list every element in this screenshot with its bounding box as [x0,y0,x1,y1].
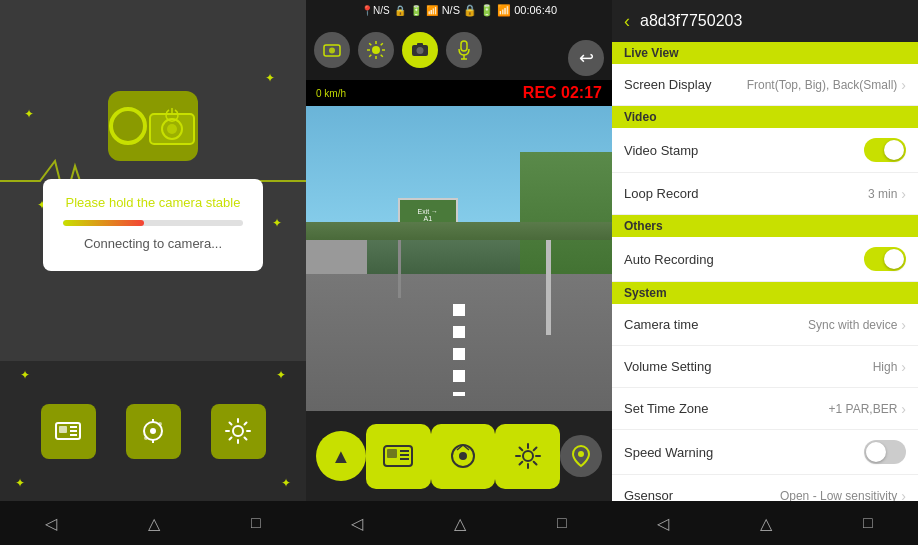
gallery-button[interactable] [41,404,96,459]
panel2-controls: ▲ [306,411,612,501]
settings-item-gsensor[interactable]: Gsensor Open - Low sensitivity › [612,475,918,501]
time-display: N/S 🔒 🔋 📶 00:06:40 [442,4,557,17]
mic-button[interactable] [446,32,482,68]
settings-item-timezone[interactable]: Set Time Zone +1 PAR,BER › [612,388,918,430]
nav-home-icon[interactable]: △ [454,514,466,533]
camera-icon-large [108,91,198,161]
connecting-box: Please hold the camera stable Connecting… [43,179,263,271]
settings-item-camera-time[interactable]: Camera time Sync with device › [612,304,918,346]
svg-point-15 [233,426,243,436]
section-others: Others [612,215,918,237]
panel-settings: ‹ a8d3f7750203 Live View Screen Display … [612,0,918,545]
sparkle-icon: ✦ [281,477,291,489]
nav-back-icon[interactable]: ◁ [45,514,57,533]
panel3-header: ‹ a8d3f7750203 [612,0,918,42]
nav-back-icon[interactable]: ◁ [657,514,669,533]
settings-item-volume[interactable]: Volume Setting High › [612,346,918,388]
video-stamp-toggle[interactable] [864,138,906,162]
panel1-bottom-controls: ✦ ✦ ✦ ✦ [0,361,306,501]
settings-item-screen-display[interactable]: Screen Display Front(Top, Big), Back(Sma… [612,64,918,106]
svg-point-40 [523,451,533,461]
settings-item-speed-warning[interactable]: Speed Warning [612,430,918,475]
video-button[interactable] [126,404,181,459]
svg-point-14 [144,436,148,440]
nav-recents-icon[interactable]: □ [251,514,261,532]
section-system: System [612,282,918,304]
sparkle-icon: ✦ [265,72,275,84]
rec-bar: 0 km/h REC 02:17 [306,80,612,106]
screen-display-label: Screen Display [624,77,711,92]
settings-list[interactable]: Live View Screen Display Front(Top, Big)… [612,42,918,501]
svg-rect-29 [417,43,423,46]
chevron-icon: › [901,77,906,93]
svg-point-41 [578,451,584,457]
lock-icon: 🔒 [394,5,406,16]
screen-display-value: Front(Top, Big), Back(Small) › [747,77,906,93]
timezone-label: Set Time Zone [624,401,709,416]
location-button[interactable] [560,435,602,477]
svg-rect-5 [59,426,67,433]
video-stamp-label: Video Stamp [624,143,698,158]
svg-point-39 [459,452,467,460]
sparkle-icon: ✦ [15,477,25,489]
gallery-control-button[interactable] [366,424,431,489]
sparkle-icon: ✦ [24,108,34,120]
auto-recording-toggle[interactable] [864,247,906,271]
settings-control-button[interactable] [495,424,560,489]
gsensor-label: Gsensor [624,488,673,501]
photo-button[interactable] [402,32,438,68]
panel1-top: Please hold the camera stable Connecting… [0,0,306,361]
chevron-icon: › [901,317,906,333]
nav-home-icon[interactable]: △ [760,514,772,533]
progress-bar [63,220,243,226]
svg-point-3 [167,124,177,134]
battery-icon: 🔋 [410,5,422,16]
panel3-nav-bar: ◁ △ □ [612,501,918,545]
svg-line-26 [381,43,383,45]
speed-label: 0 km/h [316,88,346,99]
nav-recents-icon[interactable]: □ [557,514,567,532]
camera-time-label: Camera time [624,317,698,332]
settings-item-loop-record[interactable]: Loop Record 3 min › [612,173,918,215]
nav-home-icon[interactable]: △ [148,514,160,533]
speed-warning-toggle[interactable] [864,440,906,464]
svg-line-24 [381,55,383,57]
chevron-icon: › [901,186,906,202]
volume-value: High › [873,359,906,375]
scroll-up-button[interactable]: ▲ [316,431,366,481]
auto-recording-label: Auto Recording [624,252,714,267]
camera-feed: Exit →A1 [306,106,612,411]
sparkle-icon: ✦ [272,217,282,229]
panel-camera-view: 📍N/S 🔒 🔋 📶 N/S 🔒 🔋 📶 00:06:40 [306,0,612,545]
timezone-value: +1 PAR,BER › [829,401,906,417]
settings-item-auto-recording[interactable]: Auto Recording [612,237,918,282]
svg-point-13 [158,422,162,426]
settings-back-icon[interactable]: ‹ [624,11,630,32]
loop-record-label: Loop Record [624,186,698,201]
device-id-label: a8d3f7750203 [640,12,742,30]
svg-line-23 [369,43,371,45]
video-control-button[interactable] [431,424,496,489]
svg-point-28 [417,47,424,54]
panel1-nav-bar: ◁ △ □ [0,501,306,545]
settings-item-video-stamp[interactable]: Video Stamp [612,128,918,173]
back-button[interactable]: ↩ [568,40,604,76]
gsensor-value: Open - Low sensitivity › [780,488,906,502]
camera-mode-button[interactable] [314,32,350,68]
section-live-view: Live View [612,42,918,64]
chevron-icon: › [901,401,906,417]
volume-label: Volume Setting [624,359,711,374]
nav-back-icon[interactable]: ◁ [351,514,363,533]
brightness-button[interactable] [358,32,394,68]
nav-recents-icon[interactable]: □ [863,514,873,532]
section-video: Video [612,106,918,128]
signal-icon: 📶 [426,5,438,16]
svg-rect-34 [387,449,397,458]
chevron-icon: › [901,488,906,502]
panel2-nav-bar: ◁ △ □ [306,501,612,545]
camera-time-value: Sync with device › [808,317,906,333]
connecting-text: Connecting to camera... [84,236,222,251]
gps-icon: 📍N/S [361,5,390,16]
settings-button[interactable] [211,404,266,459]
panel2-header: ↩ [306,20,612,80]
